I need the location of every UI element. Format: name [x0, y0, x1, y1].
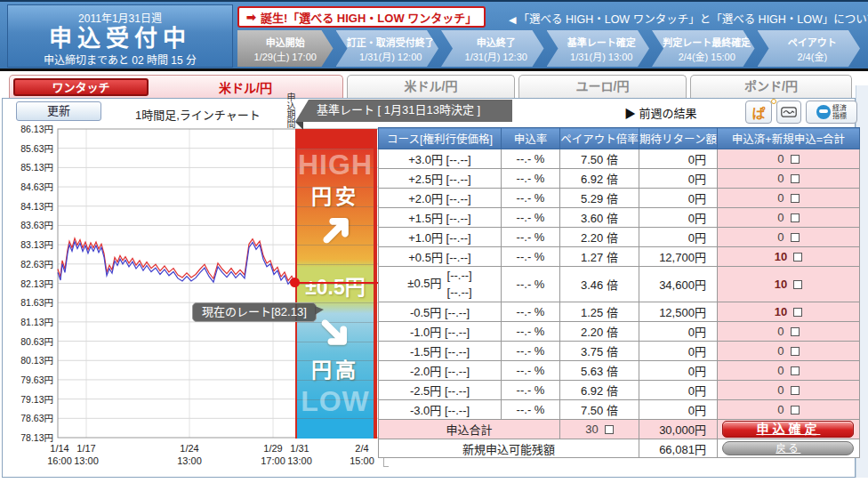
payout-multiplier-cell: 2.20 倍	[560, 322, 639, 342]
course-row: ±0.5円[--.--][--.--]--.- %3.46 倍34,600円10	[379, 267, 860, 302]
order-count-cell[interactable]: 0	[717, 361, 859, 381]
x-axis-tick: 1/31	[290, 443, 309, 454]
application-rate-cell: --.- %	[502, 228, 560, 247]
timeline-stage-datetime: 1/31(月) 12:30	[448, 49, 544, 63]
patto-mi-technical-icon: ぱ	[751, 103, 765, 122]
application-rate-cell: --.- %	[502, 189, 560, 208]
order-count-cell[interactable]: 10	[717, 247, 859, 267]
expected-return-cell: 12,500円	[639, 302, 718, 322]
application-rate-cell: --.- %	[502, 169, 560, 189]
payout-multiplier-cell: 6.92 倍	[560, 169, 639, 189]
order-count-cell[interactable]: 0	[717, 400, 859, 420]
course-row: +2.0円 [--.--]--.- %5.29 倍0円0	[379, 189, 860, 208]
order-count-checkbox[interactable]	[791, 213, 800, 222]
timeline-stage-datetime: 2/4(金) 15:00	[659, 49, 755, 63]
order-count-cell[interactable]: 10	[717, 267, 859, 302]
new-feature-banner-label: 誕生!「選べる HIGH・LOW ワンタッチ」	[261, 9, 477, 26]
order-count-cell[interactable]: 0	[717, 208, 859, 228]
info-link[interactable]: ◀「選べる HIGH・LOW ワンタッチ」と「選べる HIGH・LOW」について…	[509, 10, 868, 27]
course-cell: +0.5円 [--.--]	[379, 247, 502, 267]
refresh-button[interactable]: 更新	[16, 101, 101, 121]
tab-gbpjpy[interactable]: ポンド/円	[690, 75, 852, 98]
course-cell: -2.5円 [--.--]	[379, 381, 502, 400]
order-count-checkbox[interactable]	[791, 233, 800, 242]
payout-multiplier-cell: 5.63 倍	[560, 361, 639, 381]
order-count-value: 0	[777, 325, 784, 338]
new-feature-banner[interactable]: ➡ 誕生!「選べる HIGH・LOW ワンタッチ」	[237, 6, 486, 28]
order-count-cell[interactable]: 0	[717, 169, 859, 189]
order-count-checkbox[interactable]	[793, 253, 802, 262]
expected-return-cell: 0円	[639, 400, 718, 420]
current-rate-line	[293, 282, 378, 284]
prev-week-results-link[interactable]: ▶ 前週の結果	[624, 104, 697, 121]
course-cell: -1.0円 [--.--]	[379, 322, 502, 342]
order-count-checkbox[interactable]	[791, 327, 800, 336]
current-rate-tooltip: 現在のレート[82.13]	[192, 302, 317, 322]
expected-return-cell: 0円	[639, 169, 718, 189]
order-count-cell[interactable]: 0	[717, 189, 859, 208]
tab-eurjpy[interactable]: ユーロ/円	[518, 75, 687, 98]
order-count-checkbox[interactable]	[791, 155, 800, 164]
course-row: +2.5円 [--.--]--.- %6.92 倍0円0	[379, 169, 860, 189]
payout-multiplier-cell: 3.46 倍	[560, 267, 639, 302]
order-count-checkbox[interactable]	[791, 366, 800, 375]
order-count-cell[interactable]: 0	[717, 149, 859, 169]
course-table: コース[権利行使価格]申込率ペイアウト倍率期待リターン額申込済+新規申込=合計+…	[378, 127, 860, 458]
timeline-stage-label: ペイアウト	[765, 35, 861, 49]
application-rate-cell: --.- %	[502, 381, 560, 400]
order-count-checkbox[interactable]	[793, 308, 802, 317]
tab-usdjpy[interactable]: 米ドル/円	[347, 75, 515, 98]
left-arrow-icon: ◀	[509, 14, 516, 25]
y-axis-tick: 78.63円	[20, 413, 53, 423]
application-rate-cell: --.- %	[502, 302, 560, 322]
order-count-value: 0	[777, 364, 784, 377]
order-count-value: 0	[777, 191, 784, 205]
order-count-checkbox[interactable]	[791, 194, 800, 203]
course-cell: +1.0円 [--.--]	[379, 228, 502, 247]
confirm-order-button[interactable]: 申込確定	[722, 421, 854, 438]
timeline-stage-datetime: 1/31(月) 12:00	[343, 49, 439, 63]
status-box: 2011年1月31日週 申込受付中 申込締切まであと 02 時間 15 分	[7, 4, 233, 68]
economic-indicators-icon-button[interactable]: 経済指標	[806, 101, 857, 124]
timeline-stage-datetime: 1/29(土) 17:00	[237, 49, 334, 63]
x-axis-tick: 1/24	[180, 443, 198, 454]
x-axis-tick: 16:00	[47, 455, 72, 466]
column-header-0: コース[権利行使価格]	[379, 128, 502, 149]
y-axis-tick: 79.63円	[20, 374, 53, 385]
payout-multiplier-cell: 7.50 倍	[560, 149, 639, 169]
timeline-stage-datetime: 2/4(金)	[765, 49, 861, 63]
y-axis-tick: 85.13円	[20, 162, 53, 173]
application-rate-cell: --.- %	[502, 400, 560, 420]
order-count-checkbox[interactable]	[791, 174, 800, 183]
highlow-bottom-band	[297, 419, 374, 439]
order-count-cell[interactable]: 0	[717, 381, 859, 400]
timeline-stage-0: 申込開始1/29(土) 17:00	[237, 30, 334, 67]
week-label: 2011年1月31日週	[8, 10, 232, 25]
order-count-checkbox[interactable]	[791, 406, 800, 415]
y-axis-tick: 85.63円	[20, 143, 53, 154]
order-count-checkbox[interactable]	[791, 347, 800, 356]
back-button[interactable]: 戻る	[722, 441, 854, 455]
timeline-stage-label: 判定レート最終確定	[659, 35, 755, 49]
course-cell: -1.5円 [--.--]	[379, 342, 502, 361]
order-count-checkbox[interactable]	[793, 280, 802, 289]
x-axis-tick: 15:00	[350, 455, 374, 466]
expected-return-cell: 0円	[639, 149, 718, 169]
patto-mi-technical-icon-button[interactable]: ぱ	[745, 101, 772, 124]
chart-wave-icon-button[interactable]	[776, 101, 801, 124]
order-count-cell[interactable]: 0	[717, 228, 859, 247]
payout-multiplier-cell: 2.20 倍	[560, 228, 639, 247]
schedule-timeline: 申込開始1/29(土) 17:00訂正・取消受付終了1/31(月) 12:00申…	[237, 30, 860, 67]
order-count-cell[interactable]: 0	[717, 322, 859, 342]
payout-multiplier-cell: 1.27 倍	[560, 247, 639, 267]
active-tab-label: 米ドル/円	[149, 78, 342, 96]
order-count-value: 10	[775, 305, 787, 318]
order-count-checkbox[interactable]	[791, 386, 800, 395]
y-axis-tick: 82.13円	[20, 278, 53, 289]
order-count-cell[interactable]: 10	[717, 302, 859, 322]
y-axis-tick: 78.13円	[20, 432, 53, 443]
order-count-cell[interactable]: 0	[717, 342, 859, 361]
column-header-4: 申込済+新規申込=合計	[717, 128, 859, 149]
course-cell: +3.0円 [--.--]	[379, 149, 502, 169]
order-count-value: 0	[777, 211, 784, 224]
